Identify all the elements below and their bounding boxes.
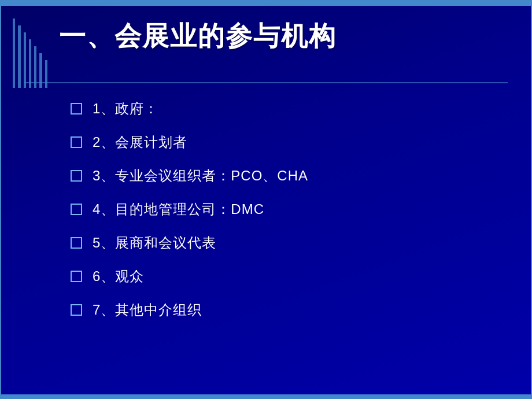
list-item-6: 6、观众 xyxy=(71,267,496,286)
bottom-decorative-bar xyxy=(1,394,531,398)
item-text-2: 2、会展计划者 xyxy=(93,133,187,152)
slide: 一、会展业的参与机构 1、政府： 2、会展计划者 3、专业会议组织者：PCO、C… xyxy=(0,0,532,399)
vert-line-2 xyxy=(18,25,20,88)
checkbox-icon-3 xyxy=(71,170,82,182)
checkbox-icon-6 xyxy=(71,271,82,282)
vert-line-7 xyxy=(45,60,47,88)
item-text-3: 3、专业会议组织者：PCO、CHA xyxy=(93,167,308,185)
list-item-2: 2、会展计划者 xyxy=(71,133,496,152)
checkbox-icon-5 xyxy=(71,237,82,249)
left-decoration xyxy=(13,19,47,88)
vert-line-4 xyxy=(29,39,31,88)
list-item-5: 5、展商和会议代表 xyxy=(71,234,496,252)
content-area: 1、政府： 2、会展计划者 3、专业会议组织者：PCO、CHA 4、目的地管理公… xyxy=(71,99,496,334)
list-item-3: 3、专业会议组织者：PCO、CHA xyxy=(71,167,496,185)
checkbox-icon-4 xyxy=(71,204,82,215)
item-text-6: 6、观众 xyxy=(93,267,144,286)
top-decorative-bar xyxy=(1,1,531,6)
slide-title: 一、会展业的参与机构 xyxy=(59,19,508,54)
item-text-5: 5、展商和会议代表 xyxy=(93,234,216,252)
title-separator xyxy=(24,82,508,83)
checkbox-icon-2 xyxy=(71,136,82,148)
item-text-1: 1、政府： xyxy=(93,99,158,118)
vert-line-3 xyxy=(24,32,26,88)
title-area: 一、会展业的参与机构 xyxy=(59,19,508,54)
list-item-7: 7、其他中介组织 xyxy=(71,301,496,319)
list-item-4: 4、目的地管理公司：DMC xyxy=(71,200,496,219)
checkbox-icon-7 xyxy=(71,304,82,316)
checkbox-icon-1 xyxy=(71,103,82,114)
vert-line-1 xyxy=(13,19,15,88)
list-item-1: 1、政府： xyxy=(71,99,496,118)
item-text-4: 4、目的地管理公司：DMC xyxy=(93,200,264,219)
item-text-7: 7、其他中介组织 xyxy=(93,301,202,319)
